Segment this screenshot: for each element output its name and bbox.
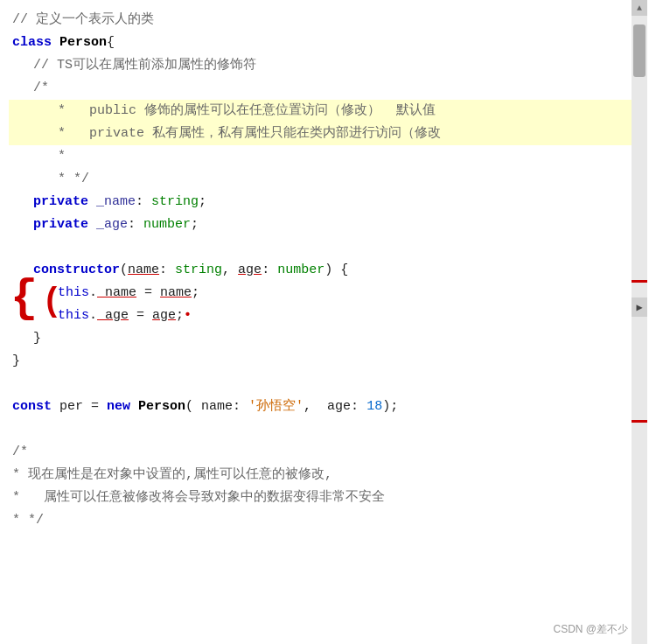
scroll-up-arrow[interactable]: ▲	[632, 0, 647, 16]
scroll-thumb[interactable]	[633, 24, 646, 77]
scroll-marker-2	[632, 420, 647, 423]
line-21: * 现在属性是在对象中设置的,属性可以任意的被修改,	[9, 464, 647, 486]
line-15: }	[9, 327, 647, 350]
line-1: // 定义一个表示人的类	[9, 9, 647, 32]
line-7: *	[9, 145, 647, 168]
line-2: class Person{	[9, 32, 647, 54]
line-18: const per = new Person( name: '孙悟空', age…	[9, 396, 647, 418]
line-5: * public 修饰的属性可以在任意位置访问（修改） 默认值	[9, 100, 647, 122]
line-19	[9, 418, 647, 441]
line-8: * */	[9, 168, 647, 191]
line-10: private _age: number;	[9, 214, 647, 236]
expand-arrow[interactable]: ▶	[632, 298, 647, 317]
line-12: constructor(name: string, age: number) {	[9, 259, 647, 282]
line-16: }	[9, 350, 647, 373]
line-17	[9, 373, 647, 396]
code-area: // 定义一个表示人的类 class Person{ // TS可以在属性前添加…	[0, 0, 647, 644]
line-20: /*	[9, 441, 647, 464]
scroll-marker-1	[632, 280, 647, 283]
line-14: this. age = age;•	[9, 304, 647, 327]
line-3: // TS可以在属性前添加属性的修饰符	[9, 54, 647, 77]
screen: // 定义一个表示人的类 class Person{ // TS可以在属性前添加…	[0, 0, 663, 644]
line-22: * 属性可以任意被修改将会导致对象中的数据变得非常不安全	[9, 486, 647, 509]
scrollbar[interactable]: ▲ ▶	[632, 0, 647, 644]
line-6: * private 私有属性，私有属性只能在类内部进行访问（修改	[9, 122, 647, 145]
line-23: * */	[9, 509, 647, 532]
line-4: /*	[9, 77, 647, 100]
watermark: CSDN @差不少	[553, 622, 628, 637]
line-11	[9, 236, 647, 259]
line-13: this. name = name;	[9, 282, 647, 304]
line-9: private _name: string;	[9, 191, 647, 214]
